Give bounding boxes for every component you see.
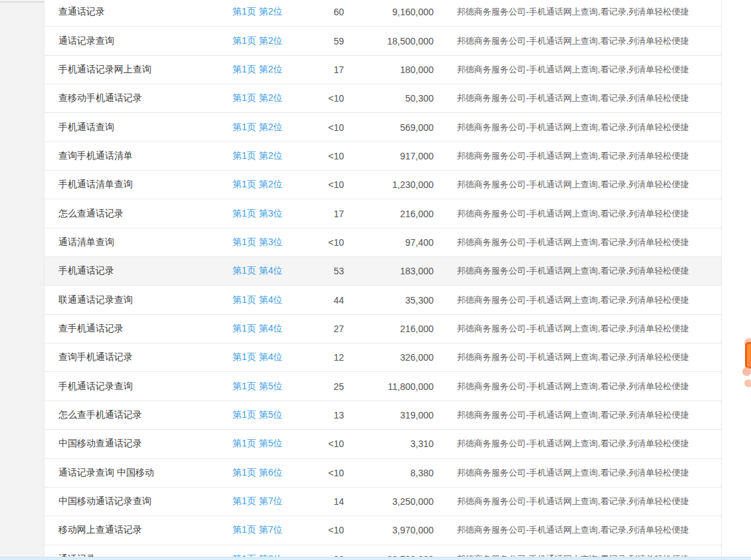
- result-volume-cell: 9,160,000: [344, 7, 434, 17]
- rank-link[interactable]: 第1页 第2位: [232, 150, 282, 161]
- result-volume-cell: 216,000: [344, 324, 434, 334]
- rank-link[interactable]: 第1页 第4位: [232, 323, 282, 333]
- table-row: 通话记录查询第1页 第2位5918,500,000邦德商务服务公司-手机通话网上…: [44, 27, 721, 55]
- left-panel: [0, 0, 44, 560]
- promo-blob-icon: [744, 379, 751, 387]
- rank-link[interactable]: 第1页 第4位: [232, 351, 282, 362]
- result-volume-cell: 18,500,000: [344, 36, 434, 47]
- rank-cell: 第1页 第4位: [232, 294, 292, 306]
- rank-link[interactable]: 第1页 第5位: [232, 438, 282, 448]
- rank-link[interactable]: 第1页 第7位: [232, 496, 282, 506]
- keyword-cell: 查通话记录: [44, 6, 232, 18]
- table-row: 通话清单查询第1页 第3位<1097,400邦德商务服务公司-手机通话网上查询,…: [44, 229, 721, 257]
- page: 查通话记录第1页 第2位609,160,000邦德商务服务公司-手机通话网上查询…: [0, 0, 751, 560]
- search-count-cell: 44: [292, 295, 344, 306]
- site-description-cell: 邦德商务服务公司-手机通话网上查询,看记录,列清单轻松便捷: [434, 64, 721, 76]
- search-count-cell: <10: [292, 151, 344, 161]
- search-count-cell: <10: [292, 93, 344, 104]
- result-volume-cell: 326,000: [344, 352, 434, 363]
- promo-box-icon: [745, 342, 751, 369]
- search-count-cell: <10: [292, 237, 344, 248]
- search-count-cell: 27: [292, 324, 344, 334]
- site-description-cell: 邦德商务服务公司-手机通话网上查询,看记录,列清单轻松便捷: [434, 351, 721, 363]
- rank-cell: 第1页 第3位: [232, 208, 292, 220]
- rank-link[interactable]: 第1页 第2位: [232, 122, 282, 132]
- rank-link[interactable]: 第1页 第2位: [232, 92, 282, 103]
- result-volume-cell: 3,250,000: [344, 496, 434, 507]
- result-volume-cell: 216,000: [344, 209, 434, 219]
- table-row: 移动网上查通话记录第1页 第7位<103,970,000邦德商务服务公司-手机通…: [44, 516, 721, 545]
- search-count-cell: <10: [292, 468, 344, 478]
- table-row: 手机通话查询第1页 第2位<10569,000邦德商务服务公司-手机通话网上查询…: [44, 113, 721, 141]
- result-volume-cell: 97,400: [344, 237, 434, 248]
- rank-link[interactable]: 第1页 第5位: [232, 381, 282, 391]
- keyword-cell: 联通通话记录查询: [44, 294, 232, 306]
- rank-cell: 第1页 第4位: [232, 265, 292, 277]
- result-volume-cell: 1,230,000: [344, 179, 434, 190]
- rank-cell: 第1页 第4位: [232, 323, 292, 335]
- rank-cell: 第1页 第5位: [232, 381, 292, 393]
- keyword-cell: 手机通话记录: [44, 265, 232, 277]
- floating-promo-widget[interactable]: [744, 334, 751, 389]
- search-count-cell: 12: [292, 352, 344, 363]
- keyword-cell: 中国移动查通话记录: [44, 438, 232, 450]
- search-count-cell: <10: [292, 525, 344, 535]
- site-description-cell: 邦德商务服务公司-手机通话网上查询,看记录,列清单轻松便捷: [434, 6, 721, 18]
- result-volume-cell: 3,970,000: [344, 525, 434, 535]
- rank-cell: 第1页 第2位: [232, 64, 292, 76]
- table-row: 查询手机通话记录第1页 第4位12326,000邦德商务服务公司-手机通话网上查…: [44, 343, 721, 372]
- site-description-cell: 邦德商务服务公司-手机通话网上查询,看记录,列清单轻松便捷: [434, 409, 721, 421]
- rank-cell: 第1页 第2位: [232, 150, 292, 162]
- keyword-cell: 手机通话查询: [44, 122, 232, 134]
- rank-cell: 第1页 第5位: [232, 409, 292, 421]
- keyword-cell: 查移动手机通话记录: [44, 92, 232, 104]
- search-count-cell: 59: [292, 36, 344, 47]
- rank-link[interactable]: 第1页 第5位: [232, 409, 282, 420]
- table-row: 手机通话记录查询第1页 第5位2511,800,000邦德商务服务公司-手机通话…: [44, 372, 721, 401]
- site-description-cell: 邦德商务服务公司-手机通话网上查询,看记录,列清单轻松便捷: [434, 496, 721, 508]
- rank-link[interactable]: 第1页 第2位: [232, 64, 282, 74]
- rank-link[interactable]: 第1页 第4位: [232, 294, 282, 305]
- site-description-cell: 邦德商务服务公司-手机通话网上查询,看记录,列清单轻松便捷: [434, 323, 721, 335]
- keyword-cell: 手机通话记录网上查询: [44, 64, 232, 76]
- search-count-cell: <10: [292, 122, 344, 133]
- search-count-cell: <10: [292, 179, 344, 190]
- rank-cell: 第1页 第5位: [232, 438, 292, 450]
- rank-cell: 第1页 第2位: [232, 122, 292, 134]
- keyword-cell: 中国移动通话记录查询: [44, 496, 232, 508]
- table-row: 查手机通话记录第1页 第4位27216,000邦德商务服务公司-手机通话网上查询…: [44, 315, 721, 343]
- search-count-cell: <10: [292, 438, 344, 449]
- search-count-cell: 25: [292, 381, 344, 392]
- table-row: 查询手机通话清单第1页 第2位<10917,000邦德商务服务公司-手机通话网上…: [44, 142, 721, 171]
- site-description-cell: 邦德商务服务公司-手机通话网上查询,看记录,列清单轻松便捷: [434, 35, 721, 47]
- rank-link[interactable]: 第1页 第2位: [232, 35, 282, 46]
- table-row: 手机通话清单查询第1页 第2位<101,230,000邦德商务服务公司-手机通话…: [44, 171, 721, 199]
- search-count-cell: 60: [292, 7, 344, 17]
- rank-cell: 第1页 第7位: [232, 496, 292, 508]
- left-panel-top-divider: [0, 1, 44, 3]
- rank-link[interactable]: 第1页 第6位: [232, 467, 282, 478]
- site-description-cell: 邦德商务服务公司-手机通话网上查询,看记录,列清单轻松便捷: [434, 381, 721, 393]
- table-row: 中国移动通话记录查询第1页 第7位143,250,000邦德商务服务公司-手机通…: [44, 488, 721, 516]
- rank-cell: 第1页 第2位: [232, 179, 292, 191]
- site-description-cell: 邦德商务服务公司-手机通话网上查询,看记录,列清单轻松便捷: [434, 524, 721, 536]
- site-description-cell: 邦德商务服务公司-手机通话网上查询,看记录,列清单轻松便捷: [434, 265, 721, 277]
- result-volume-cell: 183,000: [344, 266, 434, 276]
- result-volume-cell: 8,380: [344, 468, 434, 478]
- keyword-cell: 手机通话记录查询: [44, 381, 232, 393]
- keyword-cell: 移动网上查通话记录: [44, 524, 232, 536]
- rank-cell: 第1页 第4位: [232, 351, 292, 363]
- rank-link[interactable]: 第1页 第3位: [232, 236, 282, 247]
- rank-link[interactable]: 第1页 第2位: [232, 6, 282, 17]
- rank-link[interactable]: 第1页 第3位: [232, 208, 282, 219]
- result-volume-cell: 11,800,000: [344, 381, 434, 392]
- table-row: 联通通话记录查询第1页 第4位4435,300邦德商务服务公司-手机通话网上查询…: [44, 286, 721, 314]
- rank-link[interactable]: 第1页 第4位: [232, 265, 282, 276]
- rank-cell: 第1页 第2位: [232, 35, 292, 47]
- rank-link[interactable]: 第1页 第7位: [232, 524, 282, 535]
- rank-cell: 第1页 第3位: [232, 236, 292, 248]
- rank-cell: 第1页 第2位: [232, 6, 292, 18]
- rank-link[interactable]: 第1页 第2位: [232, 179, 282, 189]
- rank-cell: 第1页 第6位: [232, 467, 292, 479]
- keyword-cell: 手机通话清单查询: [44, 179, 232, 191]
